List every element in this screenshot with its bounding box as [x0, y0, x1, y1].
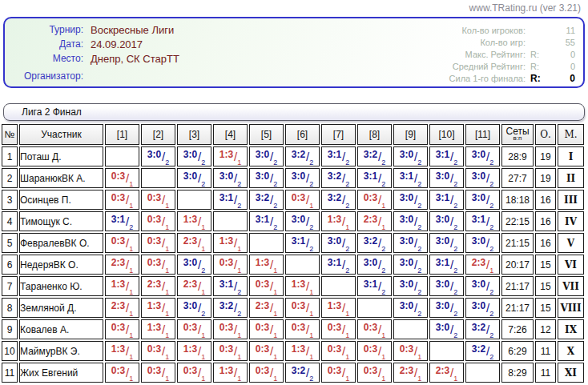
score-cell: 1:3/1 [141, 298, 175, 318]
score-value: 0:3 [147, 214, 161, 225]
score-cell: 0:3/1 [213, 319, 248, 339]
diagonal-cell [285, 255, 320, 275]
score-cell: 3:1/2 [465, 211, 500, 231]
score-value: 1:3 [219, 149, 233, 160]
score-value: 0:3 [111, 322, 125, 333]
score-points-gained: 2 [381, 288, 385, 296]
score-cell: 3:2/2 [249, 190, 284, 210]
score-value: 0:3 [256, 365, 269, 376]
score-cell: 3:0/2 [429, 319, 464, 339]
score-points-gained: 1 [201, 245, 205, 253]
score-value: 0:3 [111, 235, 125, 247]
score-cell: 3:2/2 [321, 190, 356, 210]
diagonal-cell [105, 146, 139, 166]
score-cell: 3:1/2 [429, 190, 464, 210]
score-points-gained: 1 [309, 288, 313, 296]
score-points-gained: 2 [417, 288, 421, 296]
score-cell: 3:0/2 [429, 233, 464, 253]
score-value: 2:3 [472, 257, 485, 268]
score-value: 3:1 [436, 257, 449, 268]
score-points-gained: 2 [309, 223, 313, 231]
stat-number: 0 [554, 61, 575, 73]
stat-label: Средний Рейтинг: [399, 61, 526, 73]
score-value: 3:0 [256, 170, 269, 182]
score-value: 2:3 [256, 300, 269, 311]
score-value: 3:0 [292, 214, 305, 225]
score-cell: 1:3/1 [249, 255, 284, 275]
points-cell: 16 [535, 190, 556, 210]
player-name-cell: Тараненко Ю. [19, 276, 103, 296]
score-cell: 0:3/1 [213, 341, 248, 361]
score-points-gained: 2 [201, 180, 205, 188]
score-cell: 0:3/1 [285, 319, 320, 339]
score-cell: 0:3/1 [177, 319, 211, 339]
row-number-cell: 3 [2, 190, 18, 210]
stat-number: 0 [554, 73, 575, 85]
site-link[interactable]: www.TRating.ru (ver 3.21) [469, 2, 581, 14]
score-points-gained: 2 [381, 245, 385, 253]
score-points-gained: 1 [381, 353, 385, 361]
score-cell: 3:1/2 [249, 211, 284, 231]
score-points-gained: 2 [453, 158, 457, 166]
stat-number: 11 [554, 25, 575, 37]
score-points-gained: 1 [129, 375, 133, 383]
score-points-gained: 1 [129, 353, 133, 361]
score-cell: 3:1/2 [321, 255, 356, 275]
row-number-cell: 9 [2, 319, 18, 339]
score-cell: 3:0/2 [249, 146, 284, 166]
score-cell: 3:0/2 [465, 168, 500, 188]
score-value: 3:1 [364, 170, 377, 182]
score-cell: 0:3/1 [393, 341, 428, 361]
score-points-gained: 1 [165, 245, 169, 253]
score-value: 1:3 [183, 214, 197, 225]
score-points-gained: 2 [489, 353, 493, 361]
score-value: 0:3 [219, 257, 233, 268]
score-cell: 3:1/2 [393, 168, 428, 188]
row-number-cell: 10 [2, 341, 18, 361]
score-points-gained: 1 [381, 331, 385, 339]
score-value: 1:3 [292, 279, 305, 290]
score-value: 1:3 [256, 257, 269, 268]
score-points-gained: 1 [165, 375, 169, 383]
score-value: 1:3 [219, 365, 233, 376]
col-header-opponent-9: [9] [393, 124, 428, 145]
place-cell: II [558, 168, 584, 188]
col-header-opponent-11: [11] [465, 124, 500, 145]
score-value: 3:2 [292, 149, 305, 160]
score-value: 3:1 [111, 214, 125, 225]
score-points-gained: 2 [345, 245, 349, 253]
player-row: 7Тараненко Ю.1:3/12:3/12:3/13:1/20:3/11:… [2, 276, 584, 296]
stat-prefix: R: [530, 61, 554, 73]
score-points-gained: 1 [129, 245, 133, 253]
score-points-gained: 2 [237, 202, 241, 210]
score-points-gained: 2 [453, 180, 457, 188]
sets-cell: 21:17 [501, 276, 534, 296]
diagonal-cell [429, 341, 464, 361]
player-name-cell: Земляной Д. [19, 298, 103, 318]
score-cell: 3:0/2 [249, 168, 284, 188]
stat-label: Кол-во игроков: [399, 25, 526, 37]
diagonal-cell [357, 298, 392, 318]
score-value: 0:3 [292, 192, 305, 203]
score-points-gained: 2 [237, 310, 241, 318]
stat-row: Макс. Рейтинг:R:0 [399, 49, 575, 61]
score-value: 3:1 [400, 170, 413, 182]
row-number-cell: 7 [2, 276, 18, 296]
score-value: 1:3 [328, 214, 341, 225]
player-name-cell: Осинцев П. [19, 190, 103, 210]
stat-row: Средний Рейтинг:R:0 [399, 61, 575, 73]
score-value: 0:3 [328, 365, 341, 376]
col-header-points: О. [535, 124, 556, 145]
score-points-gained: 1 [201, 223, 205, 231]
score-cell: 2:3/1 [465, 255, 500, 275]
sets-cell: 28:9 [501, 146, 534, 166]
score-value: 3:1 [364, 279, 377, 290]
score-value: 0:3 [256, 343, 269, 355]
score-cell: 3:0/2 [357, 255, 392, 275]
stat-label: Сила 1-го финала: [399, 73, 526, 85]
points-cell: 16 [535, 211, 556, 231]
score-value: 3:0 [400, 149, 413, 160]
score-value: 2:3 [111, 257, 125, 268]
score-cell: 1:3/1 [105, 276, 139, 296]
info-field-row: Место:Днепр, СК СтарТТ [10, 52, 179, 66]
